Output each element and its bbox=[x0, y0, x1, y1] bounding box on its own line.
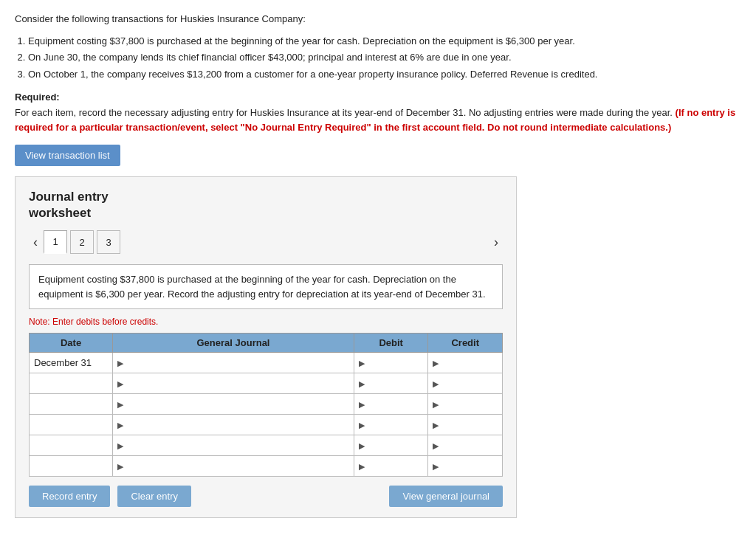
note-text: Note: Enter debits before credits. bbox=[29, 317, 503, 327]
view-transaction-button[interactable]: View transaction list bbox=[15, 145, 120, 166]
debit-cell[interactable]: ▶ bbox=[354, 353, 428, 373]
journal-cell[interactable]: ▶ bbox=[113, 456, 354, 477]
tab-navigation: ‹ 1 2 3 › bbox=[29, 230, 503, 254]
clear-entry-button[interactable]: Clear entry bbox=[117, 486, 191, 507]
transactions-list: Equipment costing $37,800 is purchased a… bbox=[28, 34, 741, 83]
credit-cell[interactable]: ▶ bbox=[428, 456, 503, 477]
tab-1[interactable]: 1 bbox=[44, 230, 67, 254]
debit-cell[interactable]: ▶ bbox=[354, 394, 428, 415]
col-credit: Credit bbox=[428, 334, 503, 353]
tab-3[interactable]: 3 bbox=[97, 230, 120, 254]
journal-box: Journal entry worksheet ‹ 1 2 3 › Equipm… bbox=[15, 176, 517, 518]
transaction-2: On June 30, the company lends its chief … bbox=[28, 50, 741, 66]
journal-title: Journal entry worksheet bbox=[29, 189, 503, 221]
date-cell[interactable] bbox=[30, 394, 113, 415]
credit-cell[interactable]: ▶ bbox=[428, 373, 503, 394]
table-row: December 31▶ ▶ ▶ bbox=[30, 353, 503, 373]
next-tab-button[interactable]: › bbox=[489, 233, 503, 252]
table-row: ▶ ▶ ▶ bbox=[30, 435, 503, 456]
credit-cell[interactable]: ▶ bbox=[428, 435, 503, 456]
required-section: Required: For each item, record the nece… bbox=[15, 90, 741, 136]
debit-cell[interactable]: ▶ bbox=[354, 415, 428, 435]
table-row: ▶ ▶ ▶ bbox=[30, 394, 503, 415]
transaction-description: Equipment costing $37,800 is purchased a… bbox=[29, 264, 503, 309]
bottom-buttons: Record entry Clear entry View general jo… bbox=[29, 486, 503, 507]
debit-cell[interactable]: ▶ bbox=[354, 435, 428, 456]
transaction-3: On October 1, the company receives $13,2… bbox=[28, 67, 741, 83]
view-general-journal-button[interactable]: View general journal bbox=[389, 486, 503, 507]
date-cell[interactable] bbox=[30, 373, 113, 394]
intro-heading: Consider the following transactions for … bbox=[15, 12, 741, 27]
col-general-journal: General Journal bbox=[113, 334, 354, 353]
col-date: Date bbox=[30, 334, 113, 353]
journal-cell[interactable]: ▶ bbox=[113, 353, 354, 373]
journal-cell[interactable]: ▶ bbox=[113, 435, 354, 456]
date-cell[interactable] bbox=[30, 415, 113, 435]
journal-cell[interactable]: ▶ bbox=[113, 415, 354, 435]
credit-cell[interactable]: ▶ bbox=[428, 415, 503, 435]
credit-cell[interactable]: ▶ bbox=[428, 394, 503, 415]
date-cell[interactable]: December 31 bbox=[30, 353, 113, 373]
col-debit: Debit bbox=[354, 334, 428, 353]
journal-cell[interactable]: ▶ bbox=[113, 373, 354, 394]
prev-tab-button[interactable]: ‹ bbox=[29, 233, 42, 252]
record-entry-button[interactable]: Record entry bbox=[29, 486, 110, 507]
required-text: For each item, record the necessary adju… bbox=[15, 107, 673, 118]
table-row: ▶ ▶ ▶ bbox=[30, 456, 503, 477]
credit-cell[interactable]: ▶ bbox=[428, 353, 503, 373]
required-label: Required: bbox=[15, 92, 60, 103]
debit-cell[interactable]: ▶ bbox=[354, 373, 428, 394]
journal-cell[interactable]: ▶ bbox=[113, 394, 354, 415]
table-row: ▶ ▶ ▶ bbox=[30, 415, 503, 435]
journal-table: Date General Journal Debit Credit Decemb… bbox=[29, 333, 503, 477]
date-cell[interactable] bbox=[30, 435, 113, 456]
table-row: ▶ ▶ ▶ bbox=[30, 373, 503, 394]
debit-cell[interactable]: ▶ bbox=[354, 456, 428, 477]
date-cell[interactable] bbox=[30, 456, 113, 477]
tab-2[interactable]: 2 bbox=[70, 230, 94, 254]
transaction-1: Equipment costing $37,800 is purchased a… bbox=[28, 34, 741, 49]
